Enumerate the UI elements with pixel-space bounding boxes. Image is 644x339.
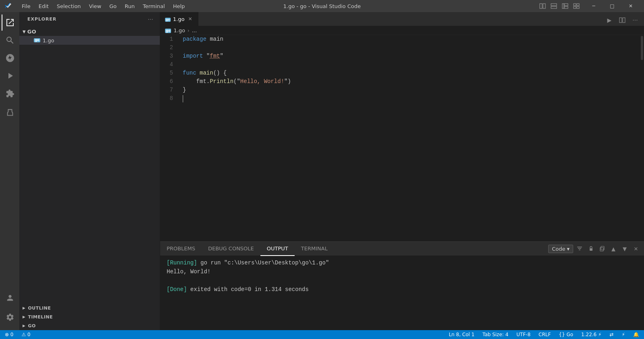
menu-terminal[interactable]: Terminal bbox=[140, 2, 168, 10]
svg-rect-14 bbox=[578, 248, 581, 249]
code-content[interactable]: package main import "fmt" func main bbox=[176, 35, 640, 241]
close-button[interactable]: ✕ bbox=[621, 0, 640, 12]
folder-go[interactable]: ▼ GO bbox=[19, 27, 160, 36]
breadcrumb-sep: › bbox=[188, 28, 190, 33]
menu-selection[interactable]: Selection bbox=[54, 2, 84, 10]
outline-label: OUTLINE bbox=[28, 306, 51, 311]
panel-scroll-down-btn[interactable]: ▼ bbox=[620, 244, 630, 254]
panel-lock-btn[interactable] bbox=[586, 244, 596, 254]
svg-rect-8 bbox=[577, 4, 579, 6]
fn-println: Println bbox=[210, 77, 233, 86]
panel-tab-terminal[interactable]: TERMINAL bbox=[295, 242, 334, 256]
panel-dropdown[interactable]: Code ▾ bbox=[548, 245, 573, 253]
status-tab-size[interactable]: Tab Size: 4 bbox=[481, 330, 510, 339]
breadcrumb-file[interactable]: 1.go bbox=[173, 27, 185, 33]
output-line-4: [Done] exited with code=0 in 1.314 secon… bbox=[167, 285, 638, 294]
activity-flask[interactable] bbox=[2, 105, 18, 121]
code-line-3: import "fmt" bbox=[183, 52, 640, 60]
maximize-button[interactable]: □ bbox=[603, 0, 621, 12]
status-line-ending[interactable]: CRLF bbox=[537, 330, 552, 339]
editor-scrollbar[interactable] bbox=[640, 35, 644, 241]
layout-icon-4[interactable] bbox=[573, 3, 580, 9]
panel-tab-problems[interactable]: PROBLEMS bbox=[160, 242, 202, 256]
layout-icon-1[interactable] bbox=[539, 3, 546, 9]
txt-indent bbox=[183, 77, 196, 86]
minimize-button[interactable]: ─ bbox=[584, 0, 603, 12]
txt-fmt: fmt. bbox=[196, 77, 210, 86]
activity-git[interactable] bbox=[2, 50, 18, 66]
txt-paren: () { bbox=[213, 69, 227, 77]
output-bracket-running: [Running] bbox=[167, 260, 197, 266]
sidebar-outline[interactable]: ▶ OUTLINE bbox=[19, 304, 160, 312]
activity-search[interactable] bbox=[2, 32, 18, 48]
sidebar-more-button[interactable]: ··· bbox=[146, 15, 155, 24]
menu-run[interactable]: Run bbox=[122, 2, 138, 10]
sidebar-timeline[interactable]: ▶ TIMELINE bbox=[19, 312, 160, 321]
txt-main: main bbox=[206, 35, 223, 44]
panel-close-btn[interactable]: ✕ bbox=[631, 244, 641, 254]
layout-icon-3[interactable] bbox=[562, 3, 568, 9]
tab-go-icon: go bbox=[165, 17, 171, 21]
go-section-chevron: ▶ bbox=[23, 324, 25, 328]
status-warnings[interactable]: ⚠ 0 bbox=[20, 330, 32, 339]
file-item-1go[interactable]: go 1.go bbox=[19, 36, 160, 45]
kw-func: func bbox=[183, 69, 196, 77]
menu-view[interactable]: View bbox=[86, 2, 105, 10]
folder-chevron: ▼ bbox=[23, 29, 26, 34]
panel-filter-btn[interactable] bbox=[575, 244, 584, 254]
code-line-4 bbox=[183, 60, 640, 69]
status-remote[interactable]: ⇄ bbox=[608, 330, 615, 339]
output-bracket-done: [Done] bbox=[167, 286, 187, 293]
line-num-5: 5 bbox=[160, 69, 173, 77]
titlebar: File Edit Selection View Go Run Terminal… bbox=[0, 0, 644, 12]
activity-bar-bottom bbox=[2, 290, 18, 330]
status-bar: ⊗ 0 ⚠ 0 Ln 8, Col 1 Tab Size: 4 UTF-8 CR… bbox=[0, 330, 644, 339]
status-ln-col[interactable]: Ln 8, Col 1 bbox=[447, 330, 476, 339]
activity-extensions[interactable] bbox=[2, 85, 18, 102]
line-num-8: 8 bbox=[160, 94, 173, 103]
tab-close-button[interactable]: ✕ bbox=[187, 16, 193, 22]
menu-help[interactable]: Help bbox=[170, 2, 188, 10]
panel-scroll-up-btn[interactable]: ▲ bbox=[609, 244, 618, 254]
status-bell[interactable]: 🔔 bbox=[632, 330, 641, 339]
menu-edit[interactable]: Edit bbox=[35, 2, 52, 10]
activity-account[interactable] bbox=[2, 290, 18, 306]
status-version[interactable]: 1.22.6 ⚡ bbox=[580, 330, 603, 339]
menu-file[interactable]: File bbox=[19, 2, 34, 10]
cursor bbox=[183, 95, 183, 102]
panel-dropdown-label: Code bbox=[552, 246, 565, 252]
tab-bar: go 1.go ✕ ▶ ··· bbox=[160, 12, 644, 26]
code-line-8 bbox=[183, 94, 640, 103]
activity-run-debug[interactable] bbox=[2, 68, 18, 84]
status-errors[interactable]: ⊗ 0 bbox=[3, 330, 15, 339]
breadcrumb-more[interactable]: ... bbox=[192, 27, 197, 33]
layout-icon-2[interactable] bbox=[551, 3, 557, 9]
status-ln-col-text: Ln 8, Col 1 bbox=[449, 332, 475, 337]
main-area: EXPLORER ··· ▼ GO go 1.go ▶ OUTLINE bbox=[0, 12, 644, 330]
tab-1go[interactable]: go 1.go ✕ bbox=[160, 12, 198, 26]
breadcrumb-file-icon: go bbox=[165, 28, 171, 33]
txt-quote1: " bbox=[203, 52, 210, 60]
output-done-text: exited with code=0 in 1.314 seconds bbox=[190, 286, 309, 293]
str-fmt: fmt bbox=[210, 52, 220, 60]
tab-toolbar-right: ▶ ··· bbox=[604, 15, 644, 26]
code-editor[interactable]: 1 2 3 4 5 6 7 8 package main import bbox=[160, 35, 644, 241]
sidebar-go-section[interactable]: ▶ GO bbox=[19, 321, 160, 330]
run-button[interactable]: ▶ bbox=[604, 15, 615, 26]
folder-name: GO bbox=[27, 29, 37, 35]
window-title: 1.go - go - Visual Studio Code bbox=[283, 3, 361, 9]
panel-tab-output[interactable]: OUTPUT bbox=[260, 242, 295, 256]
panel-tab-debug[interactable]: DEBUG CONSOLE bbox=[202, 242, 260, 256]
activity-settings[interactable] bbox=[2, 309, 18, 325]
svg-rect-7 bbox=[574, 4, 576, 6]
editor-scrollbar-thumb bbox=[641, 36, 643, 60]
menu-go[interactable]: Go bbox=[106, 2, 120, 10]
split-editor-button[interactable] bbox=[617, 15, 628, 26]
panel-copy-btn[interactable] bbox=[597, 244, 607, 254]
status-encoding[interactable]: UTF-8 bbox=[515, 330, 532, 339]
panel-content[interactable]: [Running] go run "c:\Users\User\Desktop\… bbox=[160, 256, 644, 330]
status-language[interactable]: {} Go bbox=[557, 330, 575, 339]
more-actions-button[interactable]: ··· bbox=[630, 15, 641, 26]
activity-explorer[interactable] bbox=[2, 15, 18, 31]
status-go-live[interactable]: ⚡ bbox=[620, 330, 627, 339]
